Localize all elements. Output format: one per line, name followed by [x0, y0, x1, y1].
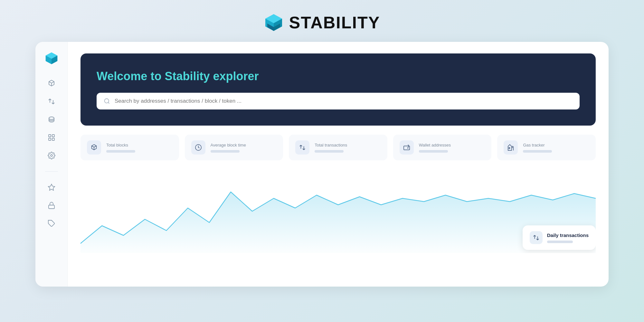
sidebar-item-apps[interactable] — [44, 130, 59, 145]
daily-transactions-chart — [80, 169, 596, 253]
svg-rect-12 — [52, 135, 54, 137]
sidebar-item-transactions[interactable] — [44, 94, 59, 109]
avg-block-time-info: Average block time — [211, 143, 246, 153]
chart-area: Daily transactions — [80, 169, 596, 253]
total-transactions-info: Total transactions — [315, 143, 347, 153]
hero-banner: Welcome to Stability explorer — [80, 53, 596, 126]
total-transactions-icon — [295, 140, 309, 155]
svg-rect-11 — [49, 135, 51, 137]
gas-tracker-info: Gas tracker — [523, 143, 552, 153]
content-area: Welcome to Stability explorer — [68, 42, 609, 287]
hero-title: Welcome to Stability explorer — [97, 70, 580, 83]
svg-rect-14 — [52, 138, 54, 140]
search-input[interactable] — [115, 98, 573, 104]
search-bar[interactable] — [97, 93, 580, 109]
svg-rect-23 — [509, 147, 510, 149]
sidebar-item-blocks[interactable] — [44, 76, 59, 91]
main-container: Welcome to Stability explorer — [35, 42, 609, 287]
stat-gas-tracker[interactable]: Gas tracker — [497, 135, 596, 160]
sidebar-item-tags[interactable] — [44, 216, 59, 231]
svg-point-19 — [105, 99, 109, 103]
stat-avg-block-time[interactable]: Average block time — [185, 135, 283, 160]
top-header: STABILITY — [264, 0, 380, 42]
daily-transactions-value — [547, 241, 573, 243]
stat-wallet-addresses[interactable]: Wallet addresses — [393, 135, 492, 160]
stat-total-blocks[interactable]: Total blocks — [80, 135, 179, 160]
logo-icon — [264, 13, 283, 32]
sidebar-logo-icon[interactable] — [45, 52, 58, 66]
total-transactions-value — [315, 150, 344, 153]
svg-rect-17 — [49, 205, 54, 209]
wallet-addresses-label: Wallet addresses — [419, 143, 451, 147]
total-blocks-value — [106, 150, 135, 153]
gas-tracker-icon — [504, 140, 518, 155]
sidebar-divider — [45, 171, 58, 172]
svg-marker-16 — [48, 184, 55, 190]
sidebar-item-tokens[interactable] — [44, 112, 59, 127]
svg-point-10 — [49, 117, 54, 119]
daily-transactions-label: Daily transactions — [547, 232, 589, 238]
gas-tracker-label: Gas tracker — [523, 143, 552, 147]
total-blocks-label: Total blocks — [106, 143, 135, 147]
logo-text: STABILITY — [289, 13, 380, 32]
daily-transactions-icon — [530, 231, 543, 244]
svg-line-20 — [108, 102, 109, 104]
avg-block-time-value — [211, 150, 240, 153]
avg-block-time-icon — [191, 140, 205, 155]
stat-total-transactions[interactable]: Total transactions — [289, 135, 387, 160]
svg-rect-13 — [49, 138, 51, 140]
wallet-addresses-info: Wallet addresses — [419, 143, 451, 153]
daily-transactions-card[interactable]: Daily transactions — [523, 225, 596, 250]
sidebar-item-locks[interactable] — [44, 198, 59, 213]
stats-row: Total blocks Average block time — [80, 135, 596, 160]
sidebar-item-favorites[interactable] — [44, 180, 59, 195]
total-transactions-label: Total transactions — [315, 143, 347, 147]
wallet-addresses-icon — [400, 140, 414, 155]
total-blocks-info: Total blocks — [106, 143, 135, 153]
total-blocks-icon — [87, 140, 101, 155]
svg-point-22 — [408, 148, 408, 148]
search-icon — [104, 98, 110, 104]
wallet-addresses-value — [419, 150, 448, 153]
sidebar-item-settings[interactable] — [44, 148, 59, 163]
svg-point-15 — [51, 155, 52, 156]
sidebar — [35, 42, 68, 287]
gas-tracker-value — [523, 150, 552, 153]
avg-block-time-label: Average block time — [211, 143, 246, 147]
daily-transactions-info: Daily transactions — [547, 232, 589, 243]
